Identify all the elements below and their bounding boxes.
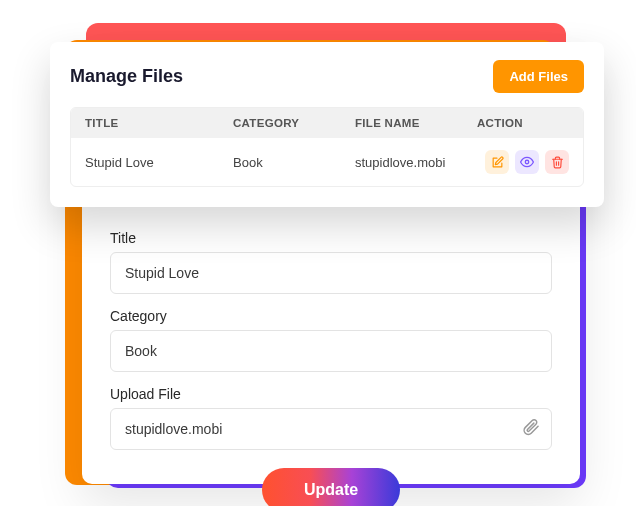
- update-button[interactable]: Update: [262, 468, 400, 506]
- edit-icon[interactable]: [485, 150, 509, 174]
- upload-row: [110, 408, 552, 450]
- row-file: stupidlove.mobi: [355, 155, 477, 170]
- col-file: FILE NAME: [355, 117, 477, 129]
- col-action: ACTION: [477, 117, 569, 129]
- upload-label: Upload File: [110, 386, 552, 402]
- files-table: TITLE CATEGORY FILE NAME ACTION Stupid L…: [70, 107, 584, 187]
- row-category: Book: [233, 155, 355, 170]
- row-title: Stupid Love: [85, 155, 233, 170]
- manage-title: Manage Files: [70, 66, 183, 87]
- row-actions: [477, 150, 569, 174]
- col-title: TITLE: [85, 117, 233, 129]
- view-icon[interactable]: [515, 150, 539, 174]
- upload-input[interactable]: [110, 408, 552, 450]
- manage-header: Manage Files Add Files: [70, 60, 584, 93]
- table-header: TITLE CATEGORY FILE NAME ACTION: [71, 108, 583, 138]
- table-row: Stupid Love Book stupidlove.mobi: [71, 138, 583, 186]
- manage-files-card: Manage Files Add Files TITLE CATEGORY FI…: [50, 42, 604, 207]
- col-category: CATEGORY: [233, 117, 355, 129]
- category-label: Category: [110, 308, 552, 324]
- title-input[interactable]: [110, 252, 552, 294]
- paperclip-icon[interactable]: [522, 418, 540, 440]
- svg-point-0: [525, 160, 529, 164]
- add-files-button[interactable]: Add Files: [493, 60, 584, 93]
- delete-icon[interactable]: [545, 150, 569, 174]
- category-input[interactable]: [110, 330, 552, 372]
- title-label: Title: [110, 230, 552, 246]
